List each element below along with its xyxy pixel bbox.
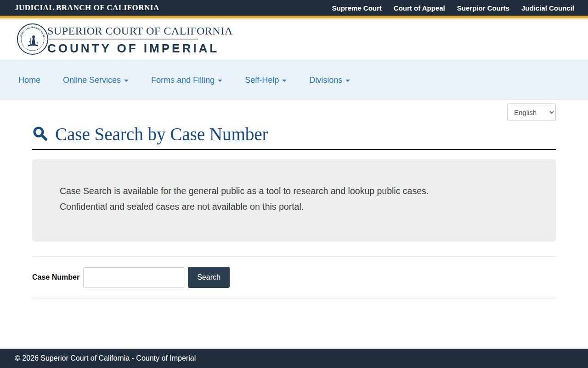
seal-ring-text: JUDICIAL BRANCH OF CALIFORNIA	[17, 23, 46, 39]
topbar-link-court-of-appeal[interactable]: Court of Appeal	[394, 4, 445, 12]
site-footer: © 2026 Superior Court of California - Co…	[0, 349, 588, 368]
case-number-label: Case Number	[32, 273, 79, 282]
header-divider-rule	[47, 39, 198, 40]
court-seal-logo: JUDICIAL BRANCH OF CALIFORNIA	[17, 23, 49, 55]
caret-down-icon	[345, 80, 350, 82]
government-topbar: JUDICIAL BRANCH OF CALIFORNIA Supreme Co…	[0, 0, 588, 16]
nav-item-self-help-label: Self-Help	[245, 75, 279, 85]
page-title: Case Search by Case Number	[55, 124, 268, 144]
header-text-block: SUPERIOR COURT OF CALIFORNIA COUNTY OF I…	[47, 25, 233, 56]
nav-item-forms-and-filling-label: Forms and Filling	[151, 75, 215, 85]
page-title-row: Case Search by Case Number	[32, 122, 556, 146]
notice-line-1: Case Search is available for the general…	[60, 183, 528, 199]
case-search-form: Case Number Search	[32, 267, 556, 288]
topbar-links: Supreme Court Court of Appeal Suerpior C…	[332, 4, 574, 12]
case-number-input[interactable]	[83, 267, 185, 288]
title-underline-rule	[32, 149, 556, 150]
judicial-branch-brand: JUDICIAL BRANCH OF CALIFORNIA	[15, 3, 159, 12]
caret-down-icon	[282, 80, 287, 82]
seal-figure	[28, 35, 39, 46]
nav-item-forms-and-filling[interactable]: Forms and Filling	[151, 75, 222, 85]
copyright-text: © 2026 Superior Court of California - Co…	[15, 354, 196, 362]
nav-item-self-help[interactable]: Self-Help	[245, 75, 287, 85]
form-top-divider	[32, 256, 556, 257]
search-icon	[32, 126, 49, 142]
site-header: JUDICIAL BRANCH OF CALIFORNIA SUPERIOR C…	[0, 20, 588, 60]
nav-item-divisions[interactable]: Divisions	[309, 75, 350, 85]
search-button[interactable]: Search	[188, 267, 230, 288]
language-select[interactable]: English	[507, 104, 556, 121]
notice-line-2: Confidential and sealed cases are not av…	[60, 199, 528, 214]
topbar-link-judicial-council[interactable]: Judicial Council	[521, 4, 574, 12]
public-notice-box: Case Search is available for the general…	[32, 159, 556, 242]
nav-item-online-services[interactable]: Online Services	[63, 75, 129, 85]
nav-item-divisions-label: Divisions	[309, 75, 342, 85]
form-bottom-divider	[32, 298, 556, 299]
topbar-link-superior-courts[interactable]: Suerpior Courts	[457, 4, 509, 12]
main-content: English Case Search by Case Number Case …	[0, 104, 588, 299]
svg-text:JUDICIAL BRANCH OF CALIFORNIA: JUDICIAL BRANCH OF CALIFORNIA	[17, 23, 46, 39]
court-name: SUPERIOR COURT OF CALIFORNIA	[47, 25, 233, 37]
nav-item-home[interactable]: Home	[18, 75, 40, 85]
topbar-link-supreme-court[interactable]: Supreme Court	[332, 4, 381, 12]
caret-down-icon	[218, 80, 222, 82]
main-navigation: Home Online Services Forms and Filling S…	[0, 60, 588, 100]
page: JUDICIAL BRANCH OF CALIFORNIA Supreme Co…	[0, 0, 588, 368]
caret-down-icon	[124, 80, 129, 82]
language-row: English	[32, 104, 556, 121]
county-name: COUNTY OF IMPERIAL	[47, 41, 233, 56]
nav-item-online-services-label: Online Services	[63, 75, 121, 85]
nav-item-home-label: Home	[18, 75, 40, 85]
